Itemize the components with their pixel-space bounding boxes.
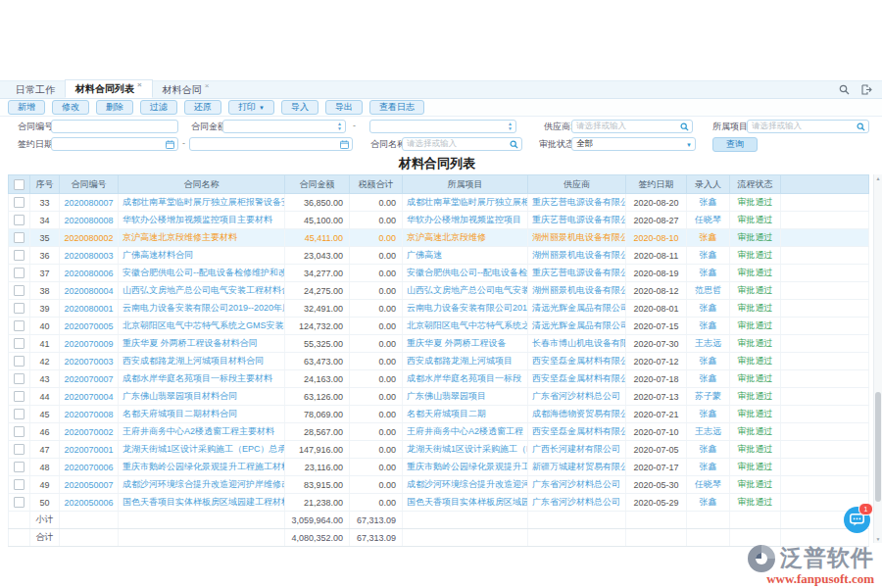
contract-name-link[interactable]: 山西弘文房地产总公司电气安装工程材料合同 [119, 282, 285, 300]
table-row[interactable]: 392020080001云南电力设备安装有限公司2019--2020年度劳...… [9, 300, 869, 318]
row-checkbox[interactable] [14, 426, 24, 437]
contract-no-link[interactable]: 2020050006 [60, 494, 119, 512]
view-log-button[interactable]: 查看日志 [369, 100, 424, 115]
contract-name-link[interactable]: 广佛高速材料合同 [119, 247, 285, 265]
search-button[interactable]: 查询 [712, 137, 758, 152]
contract-name-link[interactable]: 安徽合肥供电公司--配电设备检修维护和改造... [119, 265, 285, 282]
scrollbar-thumb[interactable] [875, 392, 881, 502]
status-cell[interactable]: 审批通过 [730, 476, 781, 494]
status-cell[interactable]: 审批通过 [730, 300, 781, 318]
table-row[interactable]: 472020070001龙湖天街城1区设计采购施工（EPC）总承包...147,… [9, 441, 869, 459]
tab-material-contract-list[interactable]: 材料合同列表× [65, 79, 153, 98]
status-cell[interactable]: 审批通过 [730, 247, 781, 265]
status-cell[interactable]: 审批通过 [730, 265, 781, 282]
add-button[interactable]: 新增 [8, 100, 45, 115]
contract-name-link[interactable]: 西安成都路龙湖上河城项目材料合同 [119, 353, 285, 370]
contract-no-link[interactable]: 2020070001 [60, 441, 119, 459]
scroll-up-icon[interactable]: ▲ [874, 174, 882, 182]
tab-close-icon[interactable]: × [137, 80, 142, 89]
print-button[interactable]: 打印▼ [228, 100, 274, 115]
contract-name-link[interactable]: 名都天府城项目二期材料合同 [119, 406, 285, 423]
contract-name-link[interactable]: 成都壮南草堂临时展厅独立展柜报警设备安装... [119, 194, 285, 212]
table-row[interactable]: 432020070007成都水岸华庭名苑项目一标段主要材料24,163.000.… [9, 370, 869, 388]
status-cell[interactable]: 审批通过 [730, 441, 781, 459]
approval-status-select[interactable]: 全部 ▼ [571, 137, 696, 151]
row-checkbox[interactable] [14, 197, 24, 208]
row-checkbox[interactable] [14, 373, 24, 384]
brand-url[interactable]: www.fanpusoft.com [649, 571, 874, 587]
calendar-icon[interactable] [340, 140, 349, 149]
tab-daily-work[interactable]: 日常工作 [6, 81, 65, 98]
search-icon[interactable] [839, 84, 850, 95]
contract-no-link[interactable]: 2020080002 [60, 229, 119, 247]
spinner-icon[interactable]: ▲▼ [508, 122, 513, 131]
status-cell[interactable]: 审批通过 [730, 388, 781, 406]
table-row[interactable]: 342020080008华软办公楼增加视频监控项目主要材料45,100.000.… [9, 212, 869, 229]
tab-close-icon[interactable]: × [205, 81, 210, 90]
contract-name-link[interactable]: 龙湖天街城1区设计采购施工（EPC）总承包... [119, 441, 285, 459]
contract-name-link[interactable]: 北京朝阳区电气中芯特气系统之GMS安装材料... [119, 318, 285, 335]
contract-no-link[interactable]: 2020080003 [60, 247, 119, 265]
table-row[interactable]: 452020070008名都天府城项目二期材料合同78,069.000.00名都… [9, 406, 869, 423]
calendar-icon[interactable] [166, 140, 174, 149]
vertical-scrollbar[interactable]: ▲ ▼ [873, 174, 882, 543]
status-cell[interactable]: 审批通过 [730, 318, 781, 335]
sign-date-end-input[interactable] [189, 137, 353, 151]
chat-button[interactable]: 1 [844, 507, 870, 533]
contract-no-link[interactable]: 2020070002 [60, 423, 119, 441]
contract-name-input[interactable]: 请选择或输入 [402, 137, 522, 151]
contract-name-link[interactable]: 广东佛山翡翠园项目材料合同 [119, 388, 285, 406]
contract-no-input[interactable] [51, 120, 178, 133]
table-row[interactable]: 362020080003广佛高速材料合同23,043.000.00广佛高速湖州丽… [9, 247, 869, 265]
row-checkbox[interactable] [14, 444, 24, 455]
search-icon[interactable] [510, 140, 518, 149]
contract-no-link[interactable]: 2020080008 [60, 212, 119, 229]
table-row[interactable]: 332020080007成都壮南草堂临时展厅独立展柜报警设备安装...36,85… [9, 194, 869, 212]
contract-no-link[interactable]: 2020080007 [60, 194, 119, 212]
status-cell[interactable]: 审批通过 [730, 212, 781, 229]
modify-button[interactable]: 修改 [52, 100, 89, 115]
status-cell[interactable]: 审批通过 [730, 335, 781, 353]
contract-no-link[interactable]: 2020070006 [60, 459, 119, 476]
scroll-down-icon[interactable]: ▼ [874, 535, 882, 543]
contract-name-link[interactable]: 成都水岸华庭名苑项目一标段主要材料 [119, 370, 285, 388]
table-row[interactable]: 352020080002京沪高速北京段维修主要材料45,411.000.00京沪… [9, 229, 869, 247]
search-icon[interactable] [680, 122, 689, 131]
table-row[interactable]: 442020070004广东佛山翡翠园项目材料合同63,126.000.00广东… [9, 388, 869, 406]
contract-name-link[interactable]: 华软办公楼增加视频监控项目主要材料 [119, 212, 285, 229]
export-button[interactable]: 导出 [325, 100, 363, 115]
contract-name-link[interactable]: 京沪高速北京段维修主要材料 [119, 229, 285, 247]
contract-no-link[interactable]: 2020070005 [60, 318, 119, 335]
status-cell[interactable]: 审批通过 [730, 423, 781, 441]
row-checkbox[interactable] [14, 479, 24, 490]
table-row[interactable]: 382020080004山西弘文房地产总公司电气安装工程材料合同24,275.0… [9, 282, 869, 300]
contract-no-link[interactable]: 2020080004 [60, 282, 119, 300]
import-button[interactable]: 导入 [281, 100, 318, 115]
row-checkbox[interactable] [14, 232, 24, 243]
status-cell[interactable]: 审批通过 [730, 282, 781, 300]
table-row[interactable]: 482020070006重庆市鹅岭公园绿化景观提升工程施工材料合同23,116.… [9, 459, 869, 476]
status-cell[interactable]: 审批通过 [730, 353, 781, 370]
status-cell[interactable]: 审批通过 [730, 459, 781, 476]
contract-no-link[interactable]: 2020070003 [60, 353, 119, 370]
row-checkbox[interactable] [14, 215, 24, 225]
row-checkbox[interactable] [14, 320, 24, 331]
row-checkbox[interactable] [14, 462, 24, 472]
contract-name-link[interactable]: 国色天香项目实体样板房区域园建工程材料合同 [119, 494, 285, 512]
row-checkbox[interactable] [14, 409, 24, 419]
contract-no-link[interactable]: 2020080006 [60, 265, 119, 282]
contract-no-link[interactable]: 2020070007 [60, 370, 119, 388]
status-cell[interactable]: 审批通过 [730, 229, 781, 247]
row-checkbox[interactable] [14, 250, 24, 261]
logout-icon[interactable] [861, 84, 872, 95]
amount-max-input[interactable]: ▲▼ [369, 120, 516, 133]
status-cell[interactable]: 审批通过 [730, 370, 781, 388]
supplier-input[interactable]: 请选择或输入 [571, 120, 693, 133]
contract-no-link[interactable]: 2020070009 [60, 335, 119, 353]
tab-material-contract[interactable]: 材料合同× [153, 81, 220, 98]
row-checkbox[interactable] [14, 497, 24, 508]
row-checkbox[interactable] [14, 285, 24, 296]
contract-name-link[interactable]: 成都沙河环境综合提升改造迎河护岸维修改造... [119, 476, 285, 494]
contract-name-link[interactable]: 王府井商务中心A2楼透窗工程主要材料 [119, 423, 285, 441]
row-checkbox[interactable] [14, 391, 24, 402]
